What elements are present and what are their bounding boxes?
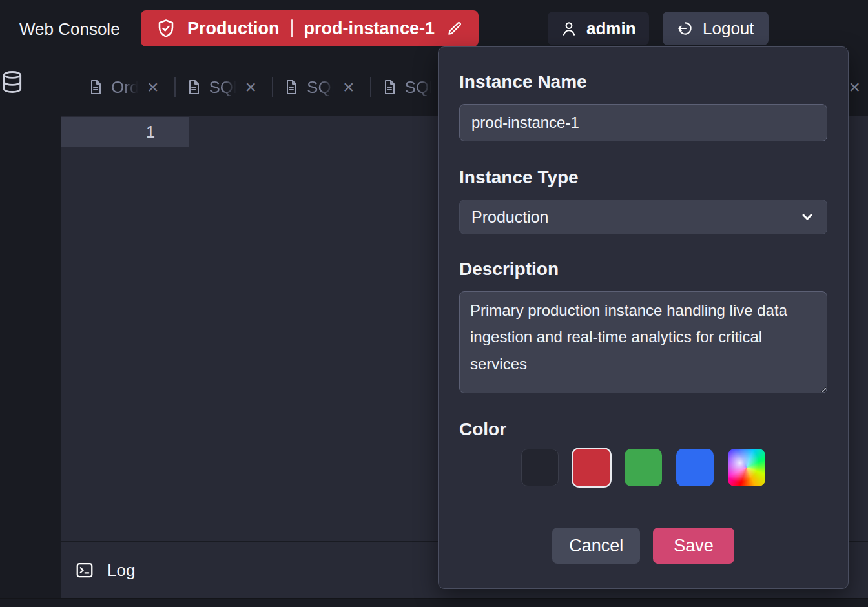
file-icon	[186, 79, 202, 95]
save-button[interactable]: Save	[653, 528, 734, 564]
tab-list: Ord×SQL×SQL×SQL×	[83, 77, 462, 98]
user-chip[interactable]: admin	[548, 12, 649, 45]
database-icon[interactable]	[0, 70, 61, 94]
editor-tab[interactable]: Ord×	[83, 77, 169, 98]
instance-type-select[interactable]: Production	[459, 200, 827, 234]
left-sidebar	[0, 58, 61, 607]
instance-type-value: Production	[471, 208, 549, 227]
editor-tab[interactable]: SQL×	[278, 77, 365, 98]
color-swatch-row	[459, 449, 827, 486]
tab-divider	[174, 77, 176, 97]
log-label: Log	[107, 561, 135, 581]
instance-name-label: Instance Name	[459, 72, 827, 92]
logout-label: Logout	[703, 19, 754, 39]
instance-name-label: prod-instance-1	[304, 19, 435, 39]
app-title: Web Console	[19, 0, 120, 58]
tab-label: SQL	[209, 77, 238, 98]
user-name: admin	[586, 19, 636, 39]
color-swatch-green[interactable]	[625, 449, 662, 486]
instance-settings-dialog: Instance Name Instance Type Production D…	[438, 46, 849, 589]
editor-tab[interactable]: SQL×	[181, 77, 267, 98]
description-label: Description	[459, 259, 827, 280]
tab-close-icon[interactable]: ×	[343, 77, 355, 97]
logout-button[interactable]: Logout	[663, 12, 769, 45]
file-icon	[88, 79, 103, 95]
instance-name-input[interactable]	[459, 104, 827, 141]
color-swatch-rainbow[interactable]	[728, 449, 765, 486]
badge-divider	[291, 19, 293, 37]
description-textarea[interactable]: Primary production instance handling liv…	[459, 291, 827, 393]
instance-type-label: Production	[187, 19, 280, 39]
status-bar	[0, 598, 868, 607]
cancel-button[interactable]: Cancel	[552, 528, 640, 564]
tab-close-icon[interactable]: ×	[245, 77, 257, 97]
file-icon	[382, 79, 397, 95]
editor-active-line: 1	[61, 117, 189, 147]
user-icon	[561, 20, 577, 37]
color-swatch-blue[interactable]	[676, 449, 714, 486]
instance-badge[interactable]: Production prod-instance-1	[141, 10, 479, 46]
chevron-down-icon	[800, 209, 815, 225]
panel-close-icon[interactable]: ×	[849, 58, 860, 116]
tab-divider	[370, 77, 371, 97]
shield-check-icon	[156, 19, 176, 38]
dialog-buttons: Cancel Save	[459, 528, 827, 564]
instance-type-label: Instance Type	[459, 167, 827, 188]
tab-close-icon[interactable]: ×	[147, 77, 159, 97]
tab-divider	[272, 77, 273, 97]
logout-icon	[677, 20, 694, 37]
tab-label: Ord	[111, 77, 140, 98]
edit-instance-icon[interactable]	[446, 20, 463, 37]
file-icon	[284, 79, 299, 95]
color-label: Color	[459, 419, 827, 440]
color-swatch-red[interactable]	[573, 449, 610, 486]
tab-label: SQL	[405, 77, 433, 98]
terminal-icon	[75, 561, 94, 580]
tab-label: SQL	[307, 77, 335, 98]
line-number: 1	[146, 123, 155, 141]
color-swatch-default[interactable]	[521, 449, 559, 486]
